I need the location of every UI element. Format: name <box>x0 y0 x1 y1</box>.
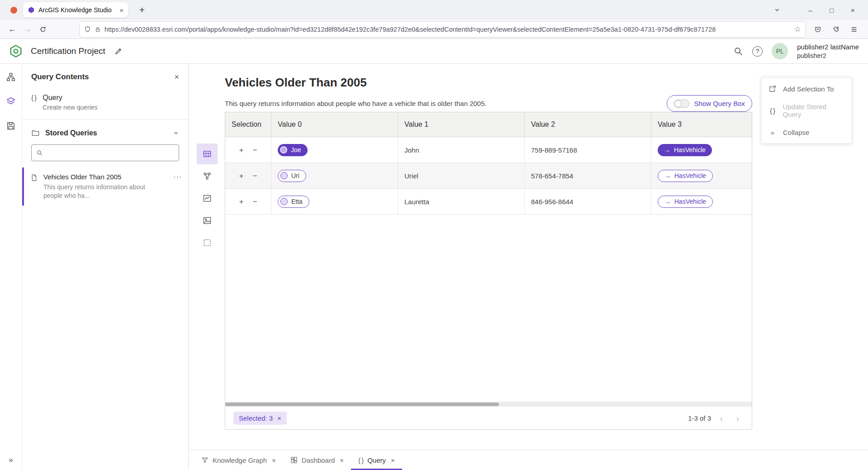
expand-rail-icon[interactable]: » <box>9 456 13 465</box>
clear-selection-icon[interactable]: × <box>277 414 281 422</box>
tab-close-icon[interactable]: × <box>391 456 395 464</box>
maximize-button[interactable]: □ <box>821 0 842 20</box>
search-icon[interactable] <box>733 46 743 56</box>
stored-queries-search[interactable] <box>31 144 179 161</box>
browser-tab-active[interactable]: ArcGIS Knowledge Studio × <box>23 2 128 18</box>
edit-title-button[interactable] <box>114 47 123 55</box>
search-input[interactable] <box>47 149 174 157</box>
column-header[interactable]: Value 2 <box>525 112 651 137</box>
back-button[interactable]: ← <box>5 22 20 37</box>
tab-close-icon[interactable]: × <box>272 456 276 464</box>
layers-icon[interactable] <box>4 95 18 108</box>
tracking-protection-shield-icon[interactable] <box>84 26 91 33</box>
url-text[interactable]: https://dev0028833.esri.com/portal/apps/… <box>104 26 791 33</box>
selected-count-chip[interactable]: Selected: 3 × <box>233 412 287 425</box>
add-selection-icon[interactable]: + <box>239 146 244 154</box>
horizontal-scrollbar[interactable] <box>225 402 752 407</box>
entity-dot-icon <box>280 172 288 179</box>
add-selection-icon[interactable]: + <box>239 198 244 206</box>
entity-pill[interactable]: Uri <box>278 170 306 182</box>
chevron-up-icon[interactable] <box>173 130 179 136</box>
tab-close-icon[interactable]: × <box>119 6 123 14</box>
tab-dashboard[interactable]: Dashboard × <box>283 450 351 470</box>
column-header[interactable]: Value 1 <box>398 112 525 137</box>
entity-pill[interactable]: Joe <box>278 144 308 156</box>
column-header[interactable]: Value 0 <box>271 112 398 137</box>
table-row: + − Etta Lauretta 846-956-8644 →HasVehic… <box>225 189 752 215</box>
extensions-icon[interactable] <box>828 22 844 37</box>
relationship-cell: →HasVehicle <box>651 163 752 188</box>
next-page-icon[interactable]: › <box>732 413 744 423</box>
data-model-icon[interactable] <box>4 70 18 84</box>
entity-pill[interactable]: Etta <box>278 196 309 208</box>
avatar[interactable]: PL <box>772 43 788 59</box>
column-header[interactable]: Selection <box>225 112 271 137</box>
toggle-knob <box>674 100 682 107</box>
panel-title: Query Contents <box>31 72 174 82</box>
scrollbar-thumb[interactable] <box>225 403 499 406</box>
new-query-item[interactable]: { } Query Create new queries <box>22 90 188 120</box>
firefox-view-icon[interactable] <box>10 7 17 14</box>
tab-knowledge-graph[interactable]: Knowledge Graph × <box>194 450 283 470</box>
entity-dot-icon <box>280 198 288 205</box>
url-bar[interactable]: https://dev0028833.esri.com/portal/apps/… <box>80 22 806 37</box>
relationship-pill[interactable]: →HasVehicle <box>658 144 712 156</box>
table-empty-area <box>225 215 752 402</box>
viewer-toolbar <box>189 112 225 450</box>
link-chart-icon[interactable] <box>197 166 218 187</box>
stored-queries-header[interactable]: Stored Queries <box>22 120 188 142</box>
menu-item-label: Update Stored Query <box>783 103 845 118</box>
app-header: Certification Project ? PL publisher2 la… <box>0 39 868 64</box>
bookmark-star-icon[interactable]: ☆ <box>794 24 801 34</box>
select-marquee-icon[interactable] <box>197 232 218 253</box>
previous-page-icon[interactable]: ‹ <box>716 413 727 423</box>
entity-cell: Uri <box>271 163 398 188</box>
window-close-button[interactable]: × <box>842 0 863 20</box>
ssl-lock-icon[interactable] <box>95 26 101 33</box>
menu-item-collapse[interactable]: » Collapse <box>762 121 851 143</box>
stored-query-text: Vehicles Older Than 2005 This query retu… <box>43 173 148 200</box>
relationship-pill[interactable]: →HasVehicle <box>658 170 713 182</box>
value-cell: 578-654-7854 <box>525 163 651 188</box>
show-query-box-toggle[interactable]: Show Query Box <box>667 95 752 112</box>
map-view-icon[interactable] <box>197 210 218 231</box>
menu-item-update-stored-query[interactable]: { } Update Stored Query <box>762 100 851 121</box>
add-selection-to-icon <box>768 85 777 93</box>
entity-label: Joe <box>291 146 301 153</box>
main-head: Vehicles Older Than 2005 This query retu… <box>189 64 752 112</box>
help-icon[interactable]: ? <box>752 46 763 57</box>
remove-selection-icon[interactable]: − <box>253 198 257 206</box>
search-icon <box>36 149 43 156</box>
entity-cell: Joe <box>271 137 398 163</box>
add-selection-icon[interactable]: + <box>239 172 244 180</box>
stored-query-item[interactable]: Vehicles Older Than 2005 This query retu… <box>22 168 188 206</box>
menu-item-add-selection-to[interactable]: Add Selection To <box>762 78 851 100</box>
arcgis-knowledge-logo-icon <box>9 44 23 58</box>
tab-list-button[interactable] <box>768 0 786 20</box>
table-header-row: Selection Value 0 Value 1 Value 2 Value … <box>225 112 752 137</box>
remove-selection-icon[interactable]: − <box>253 146 257 154</box>
panel-header: Query Contents × <box>22 64 188 90</box>
toggle-switch[interactable] <box>674 100 689 108</box>
braces-icon: { } <box>768 107 777 115</box>
save-icon[interactable] <box>4 119 18 133</box>
relationship-pill[interactable]: →HasVehicle <box>658 196 713 208</box>
relationship-label: HasVehicle <box>674 146 706 153</box>
forward-button[interactable]: → <box>20 22 35 37</box>
tab-query[interactable]: { } Query × <box>351 450 402 470</box>
new-tab-button[interactable]: + <box>135 5 149 15</box>
minimize-button[interactable]: – <box>800 0 821 20</box>
remove-selection-icon[interactable]: − <box>253 172 257 180</box>
pocket-icon[interactable] <box>810 22 825 37</box>
app-menu-icon[interactable] <box>846 22 862 37</box>
panel-close-icon[interactable]: × <box>174 72 179 82</box>
chart-view-icon[interactable] <box>197 188 218 209</box>
collapse-icon: » <box>768 129 777 136</box>
column-header[interactable]: Value 3 <box>651 112 752 137</box>
tab-close-icon[interactable]: × <box>340 456 344 464</box>
more-options-icon[interactable]: ··· <box>173 173 182 181</box>
table-view-icon[interactable] <box>197 144 218 164</box>
tab-label: Dashboard <box>302 456 335 464</box>
refresh-button[interactable] <box>35 22 51 37</box>
user-block[interactable]: publisher2 lastName publisher2 <box>797 43 859 60</box>
